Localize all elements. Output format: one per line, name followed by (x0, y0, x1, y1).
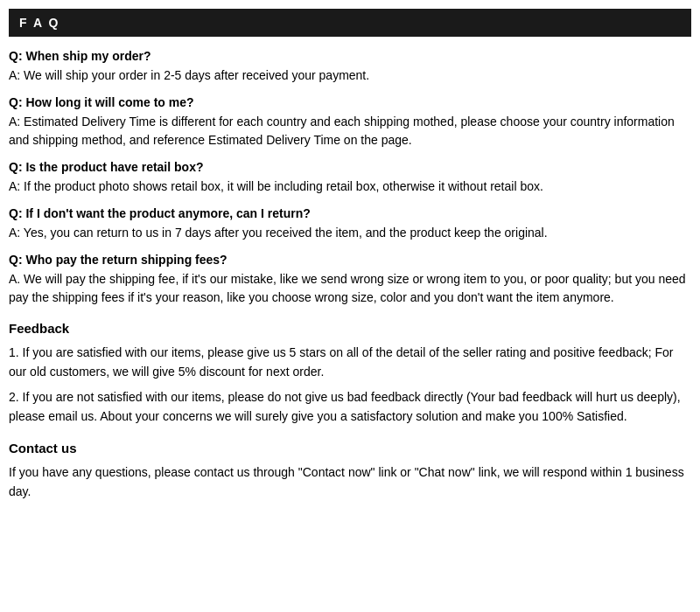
faq-section: Q: When ship my order?A: We will ship yo… (9, 49, 691, 307)
feedback-items: 1. If you are satisfied with our items, … (9, 343, 691, 427)
faq-answer: A: Yes, you can return to us in 7 days a… (9, 224, 691, 242)
faq-answer: A: If the product photo shows retail box… (9, 177, 691, 196)
faq-answer: A: We will ship your order in 2-5 days a… (9, 66, 691, 85)
faq-header: F A Q (9, 9, 691, 37)
faq-item: Q: How long it will come to me?A: Estima… (9, 95, 691, 150)
contact-section: Contact us If you have any questions, pl… (9, 441, 691, 502)
faq-answer: A: Estimated Delivery Time is different … (9, 113, 691, 150)
feedback-section: Feedback 1. If you are satisfied with ou… (9, 321, 691, 427)
faq-answer: A. We will pay the shipping fee, if it's… (9, 270, 691, 307)
faq-question: Q: If I don't want the product anymore, … (9, 206, 691, 220)
feedback-item: 2. If you are not satisfied with our ite… (9, 387, 691, 427)
feedback-item: 1. If you are satisfied with our items, … (9, 343, 691, 382)
feedback-title: Feedback (9, 321, 691, 336)
faq-item: Q: Who pay the return shipping fees?A. W… (9, 253, 691, 307)
faq-question: Q: When ship my order? (9, 49, 691, 63)
faq-item: Q: When ship my order?A: We will ship yo… (9, 49, 691, 85)
contact-text: If you have any questions, please contac… (9, 462, 691, 502)
faq-question: Q: How long it will come to me? (9, 95, 691, 109)
faq-question: Q: Is the product have retail box? (9, 160, 691, 174)
faq-item: Q: If I don't want the product anymore, … (9, 206, 691, 242)
contact-title: Contact us (9, 441, 691, 456)
faq-title: F A Q (19, 16, 60, 30)
faq-question: Q: Who pay the return shipping fees? (9, 253, 691, 267)
faq-item: Q: Is the product have retail box?A: If … (9, 160, 691, 196)
